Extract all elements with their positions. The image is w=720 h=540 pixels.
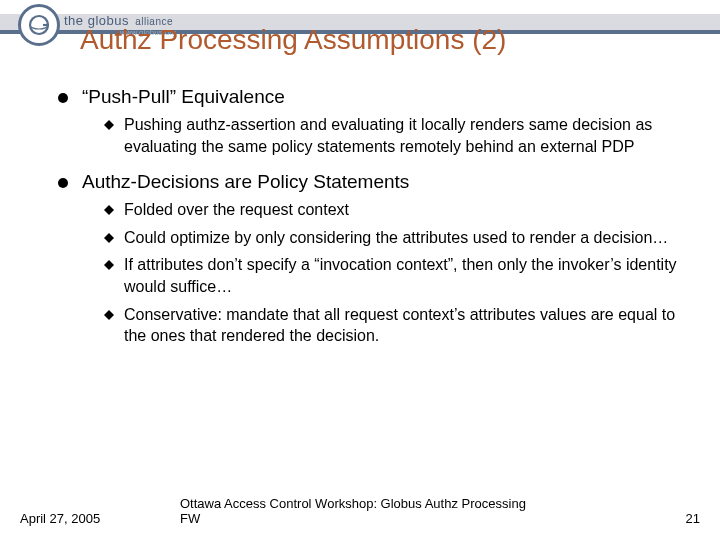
bullet-label: Authz-Decisions are Policy Statements — [82, 171, 409, 193]
diamond-icon — [104, 233, 114, 243]
sub-bullet-text: Pushing authz-assertion and evaluating i… — [124, 114, 682, 157]
page-number: 21 — [686, 511, 700, 526]
bullet-level2: If attributes don’t specify a “invocatio… — [104, 254, 682, 297]
sub-bullet-group: Pushing authz-assertion and evaluating i… — [104, 114, 682, 157]
bullet-level2: Folded over the request context — [104, 199, 682, 221]
bullet-level2: Could optimize by only considering the a… — [104, 227, 682, 249]
sub-bullet-text: If attributes don’t specify a “invocatio… — [124, 254, 682, 297]
diamond-icon — [104, 205, 114, 215]
sub-bullet-text: Could optimize by only considering the a… — [124, 227, 668, 249]
sub-bullet-group: Folded over the request context Could op… — [104, 199, 682, 347]
slide-content: “Push-Pull” Equivalence Pushing authz-as… — [58, 86, 682, 361]
dot-icon — [58, 93, 68, 103]
bullet-label: “Push-Pull” Equivalence — [82, 86, 285, 108]
bullet-level1: “Push-Pull” Equivalence — [58, 86, 682, 108]
diamond-icon — [104, 310, 114, 320]
footer-date: April 27, 2005 — [20, 511, 100, 526]
bullet-level2: Conservative: mandate that all request c… — [104, 304, 682, 347]
footer-center: Ottawa Access Control Workshop: Globus A… — [180, 496, 540, 526]
bullet-level1: Authz-Decisions are Policy Statements — [58, 171, 682, 193]
diamond-icon — [104, 120, 114, 130]
sub-bullet-text: Conservative: mandate that all request c… — [124, 304, 682, 347]
diamond-icon — [104, 260, 114, 270]
page-title: Authz Processing Assumptions (2) — [80, 24, 506, 56]
dot-icon — [58, 178, 68, 188]
bullet-level2: Pushing authz-assertion and evaluating i… — [104, 114, 682, 157]
globus-logo-icon — [18, 4, 60, 46]
sub-bullet-text: Folded over the request context — [124, 199, 349, 221]
